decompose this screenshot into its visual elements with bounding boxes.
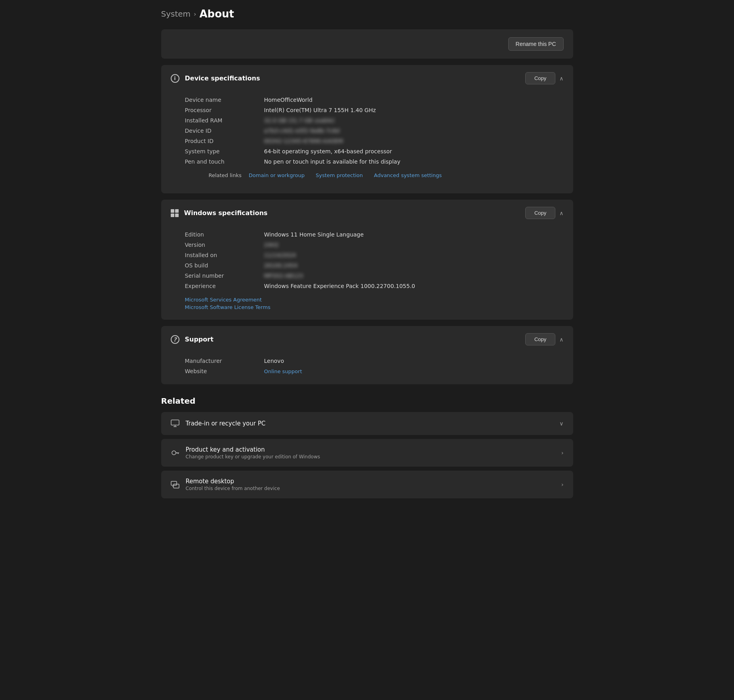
windows-specs-content: EditionWindows 11 Home Single LanguageVe… <box>161 226 573 320</box>
table-row: Installed on11/14/2024 <box>185 250 549 260</box>
table-row: Device IDa7b3-c4d1-e5f2-9a8b-7c6d <box>185 126 549 136</box>
spec-value: 32.0 GB (31.7 GB usable) <box>256 115 549 126</box>
remote-desktop-label: Remote desktop <box>186 478 280 485</box>
pc-name-bar: Rename this PC <box>161 29 573 59</box>
key-icon <box>171 448 179 457</box>
related-links-label: Related links <box>209 172 242 178</box>
spec-label: Device ID <box>185 126 256 136</box>
windows-specs-chevron-icon: ∧ <box>559 210 563 216</box>
table-row: Pen and touchNo pen or touch input is av… <box>185 156 549 167</box>
spec-label: Version <box>185 240 256 250</box>
advanced-system-settings-link[interactable]: Advanced system settings <box>374 172 442 178</box>
spec-label: Pen and touch <box>185 156 256 167</box>
svg-point-3 <box>172 451 176 455</box>
svg-rect-8 <box>173 484 179 488</box>
spec-value: Windows 11 Home Single Language <box>256 229 549 240</box>
device-specs-chevron-icon: ∧ <box>559 75 563 82</box>
product-key-item: Product key and activation Change produc… <box>161 439 573 467</box>
support-content: Manufacturer Lenovo Website Online suppo… <box>161 353 573 384</box>
manufacturer-value: Lenovo <box>256 356 549 366</box>
trade-in-chevron-icon: ∨ <box>559 420 563 427</box>
svg-rect-0 <box>171 420 179 425</box>
device-specs-table: Device nameHomeOfficeWorldProcessorIntel… <box>185 95 549 167</box>
spec-value: Windows Feature Experience Pack 1000.227… <box>256 281 549 291</box>
spec-value: No pen or touch input is available for t… <box>256 156 549 167</box>
windows-specs-header[interactable]: Windows specifications Copy ∧ <box>161 200 573 226</box>
windows-specs-card: Windows specifications Copy ∧ EditionWin… <box>161 200 573 320</box>
device-specs-icon: i <box>171 74 179 83</box>
support-table: Manufacturer Lenovo Website Online suppo… <box>185 356 549 376</box>
support-title: Support <box>185 336 214 343</box>
remote-desktop-sub: Control this device from another device <box>186 486 280 491</box>
table-row: Manufacturer Lenovo <box>185 356 549 366</box>
related-section: Related Trade-in or recycle your PC <box>161 396 573 498</box>
spec-value: a7b3-c4d1-e5f2-9a8b-7c6d <box>256 126 549 136</box>
device-specs-copy-button[interactable]: Copy <box>525 72 555 84</box>
spec-label: OS build <box>185 260 256 271</box>
spec-label: Installed RAM <box>185 115 256 126</box>
table-row: Serial numberMP3X2-AB123 <box>185 271 549 281</box>
spec-label: System type <box>185 146 256 156</box>
windows-icon <box>171 209 179 217</box>
table-row: ProcessorIntel(R) Core(TM) Ultra 7 155H … <box>185 105 549 115</box>
spec-value: HomeOfficeWorld <box>256 95 549 105</box>
spec-label: Serial number <box>185 271 256 281</box>
spec-value: 00342-12345-67890-AAOEM <box>256 136 549 146</box>
table-row: Device nameHomeOfficeWorld <box>185 95 549 105</box>
spec-value: 64-bit operating system, x64-based proce… <box>256 146 549 156</box>
spec-value: 26100.2454 <box>256 260 549 271</box>
device-specs-header[interactable]: i Device specifications Copy ∧ <box>161 65 573 92</box>
breadcrumb-current: About <box>200 8 234 20</box>
windows-specs-table: EditionWindows 11 Home Single LanguageVe… <box>185 229 549 291</box>
remote-desktop-icon <box>171 480 179 489</box>
svg-rect-7 <box>171 481 177 485</box>
breadcrumb-system[interactable]: System <box>161 9 191 19</box>
table-row: EditionWindows 11 Home Single Language <box>185 229 549 240</box>
product-key-sub: Change product key or upgrade your editi… <box>186 454 320 460</box>
spec-label: Installed on <box>185 250 256 260</box>
trade-in-item: Trade-in or recycle your PC ∨ <box>161 412 573 435</box>
domain-workgroup-link[interactable]: Domain or workgroup <box>249 172 305 178</box>
table-row: Product ID00342-12345-67890-AAOEM <box>185 136 549 146</box>
table-row: Website Online support <box>185 366 549 376</box>
spec-value: 11/14/2024 <box>256 250 549 260</box>
windows-specs-title: Windows specifications <box>184 209 268 217</box>
product-key-label: Product key and activation <box>186 446 320 453</box>
table-row: Installed RAM32.0 GB (31.7 GB usable) <box>185 115 549 126</box>
spec-value: MP3X2-AB123 <box>256 271 549 281</box>
related-section-title: Related <box>161 396 573 406</box>
device-specs-content: Device nameHomeOfficeWorldProcessorIntel… <box>161 92 573 193</box>
manufacturer-label: Manufacturer <box>185 356 256 366</box>
remote-desktop-item: Remote desktop Control this device from … <box>161 471 573 498</box>
product-key-chevron-icon: › <box>561 450 564 456</box>
trade-in-label: Trade-in or recycle your PC <box>186 420 266 427</box>
ms-services-agreement-link[interactable]: Microsoft Services Agreement <box>185 297 549 303</box>
online-support-link[interactable]: Online support <box>264 368 302 374</box>
remote-desktop-header[interactable]: Remote desktop Control this device from … <box>161 471 573 498</box>
support-header[interactable]: ? Support Copy ∧ <box>161 326 573 353</box>
spec-label: Processor <box>185 105 256 115</box>
ms-license-terms-link[interactable]: Microsoft Software License Terms <box>185 304 549 310</box>
device-specs-title: Device specifications <box>185 74 260 82</box>
table-row: Version24H2 <box>185 240 549 250</box>
table-row: ExperienceWindows Feature Experience Pac… <box>185 281 549 291</box>
related-links: Related links Domain or workgroup System… <box>185 167 549 185</box>
monitor-icon <box>171 419 179 428</box>
breadcrumb-separator: › <box>194 10 196 18</box>
rename-pc-button[interactable]: Rename this PC <box>508 37 564 51</box>
product-key-header[interactable]: Product key and activation Change produc… <box>161 439 573 467</box>
trade-in-header[interactable]: Trade-in or recycle your PC ∨ <box>161 412 573 435</box>
spec-label: Device name <box>185 95 256 105</box>
spec-value: 24H2 <box>256 240 549 250</box>
support-icon: ? <box>171 335 179 344</box>
system-protection-link[interactable]: System protection <box>316 172 363 178</box>
table-row: System type64-bit operating system, x64-… <box>185 146 549 156</box>
windows-specs-copy-button[interactable]: Copy <box>525 207 555 219</box>
breadcrumb: System › About <box>161 8 573 20</box>
support-card: ? Support Copy ∧ Manufacturer Lenovo Web… <box>161 326 573 384</box>
remote-desktop-chevron-icon: › <box>561 481 564 488</box>
support-chevron-icon: ∧ <box>559 336 563 343</box>
spec-label: Edition <box>185 229 256 240</box>
spec-value: Intel(R) Core(TM) Ultra 7 155H 1.40 GHz <box>256 105 549 115</box>
support-copy-button[interactable]: Copy <box>525 333 555 345</box>
